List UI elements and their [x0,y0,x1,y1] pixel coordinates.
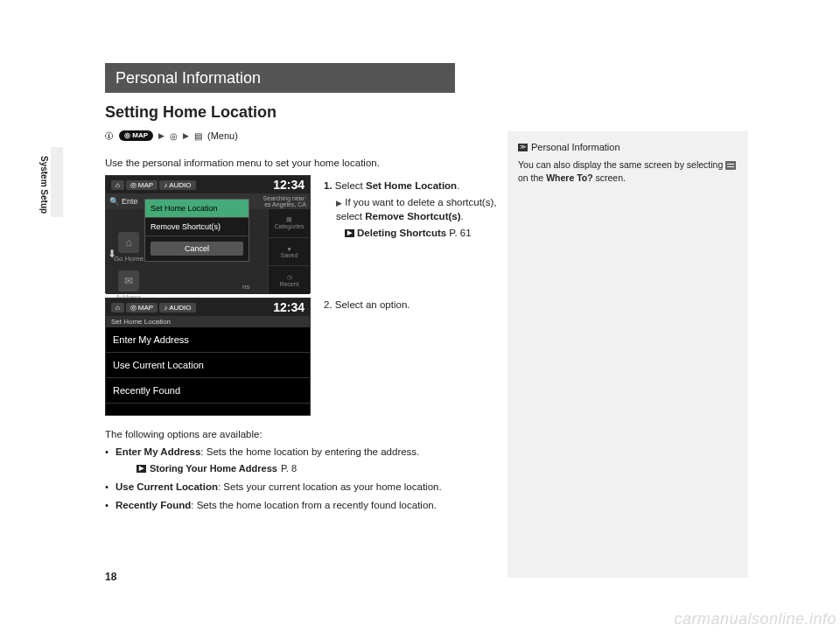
triangle-icon: ▶ [336,199,342,207]
categories-tab: ▤ Categories [269,209,310,238]
step-1-refpage: P. 61 [449,226,471,241]
nav-icon: 🛈 [105,130,114,142]
status-clock: 12:34 [273,300,304,314]
step-1-sub-bold: Remove Shortcut(s) [365,211,460,221]
target-icon: ◎ [170,130,178,142]
option-ref: Storing Your Home Address [150,461,277,476]
section-title: Setting Home Location [105,103,276,122]
option-text: : Sets the home location by entering the… [200,446,419,457]
option-text: : Sets the home location from a recently… [191,500,437,510]
options-intro: The following options are available: [105,427,503,443]
near-label: Searching near: [263,195,306,201]
side-tab-label: System Setup [39,156,49,214]
chapter-title: Personal Information [105,63,455,93]
gohome-label: Go Home [111,255,146,263]
step-1-text-a: Select [335,180,366,191]
saved-label: Saved [281,252,298,258]
step-2-block: 2. Select an option. [324,299,499,310]
status-audio-pill: ♪ AUDIO [159,303,195,312]
step-1-sub-b: . [461,211,464,221]
option-item: Use Current Location: Sets your current … [105,480,503,495]
sidebar-body-a: You can also display the same screen by … [518,159,725,170]
page: Personal Information Setting Home Locati… [70,35,770,595]
sidebar-body-c: screen. [593,172,626,183]
popup-modal: Set Home Location Remove Shortcut(s) Can… [144,199,249,262]
saved-tab: ♥ Saved [269,238,310,267]
step-1-block: 1. Select Set Home Location. ▶ If you wa… [324,179,499,241]
gohome-icon: ⌂ [118,232,139,253]
screenshot-options-list: ⌂ ◎ MAP ♪ AUDIO 12:34 Set Home Location … [105,298,311,416]
status-clock: 12:34 [273,178,304,192]
near-value: es Angeles, CA [263,201,306,207]
list-icon [725,161,736,170]
side-tab-bg [51,147,63,217]
intro-text: Use the personal information menu to set… [105,158,380,168]
step-1-bold: Set Home Location [366,180,457,191]
option-recently-found[interactable]: Recently Found [106,378,310,404]
status-home-icon: ⌂ [111,180,124,190]
status-map-pill: ◎ MAP [126,303,158,312]
status-map-pill: ◎ MAP [126,180,158,190]
menu-icon: ▤ [194,130,202,142]
step-1-ref: Deleting Shortcuts [357,226,446,241]
screen2-header: Set Home Location [106,316,310,327]
sidebar-body-bold: Where To? [546,172,592,183]
status-map-label: MAP [138,181,153,189]
option-bold: Recently Found [116,500,191,510]
option-enter-address[interactable]: Enter My Address [106,327,310,353]
watermark: carmanualsonline.info [674,610,836,628]
recent-tab: ◷ Recent [269,266,310,294]
sidebar-title: Personal Information [531,140,620,155]
option-bold: Use Current Location [116,481,218,492]
status-audio-label: AUDIO [169,181,191,189]
screenshot-menu-modal: ⌂ ◎ MAP ♪ AUDIO 12:34 🔍 Ente Searching n… [105,175,311,293]
modal-set-home[interactable]: Set Home Location [145,200,248,218]
sidebar-body-b: on the [518,172,546,183]
step-2-num: 2. [324,299,332,310]
option-text: : Sets your current location as your hom… [218,481,442,492]
status-bar: ⌂ ◎ MAP ♪ AUDIO 12:34 [106,176,310,193]
breadcrumb: 🛈 ◎ MAP ▶ ◎ ▶ ▤ (Menu) [105,130,238,142]
status-map-label: MAP [138,304,153,312]
map-pill-label: MAP [132,131,148,139]
options-block: The following options are available: Ent… [105,427,503,517]
step-2-text: Select an option. [335,299,410,310]
ref-icon: ▶ [136,465,146,473]
page-number: 18 [105,571,116,583]
search-placeholder: Ente [122,197,138,206]
address-icon: ✉ [118,270,139,291]
modal-cancel-button[interactable]: Cancel [150,242,243,256]
recent-label: Recent [279,281,298,287]
option-item: Recently Found: Sets the home location f… [105,498,503,514]
step-1-text-b: . [457,180,459,191]
clock-icon: ◷ [287,274,292,281]
status-audio-pill: ♪ AUDIO [159,180,195,190]
note-icon: ≫ [518,144,528,151]
step-1-num: 1. [324,180,332,191]
modal-remove-shortcut[interactable]: Remove Shortcut(s) [145,218,248,236]
status-home-icon: ⌂ [111,303,124,312]
heart-icon: ♥ [287,246,290,252]
status-bar: ⌂ ◎ MAP ♪ AUDIO 12:34 [106,298,310,316]
categories-icon: ▤ [286,216,292,223]
map-pill: ◎ MAP [119,130,153,141]
option-item: Enter My Address: Sets the home location… [105,445,503,476]
trailing-text: ns [242,283,249,291]
menu-label: (Menu) [207,130,238,141]
sidebar-note: ≫ Personal Information You can also disp… [508,131,748,578]
categories-label: Categories [275,223,304,229]
option-bold: Enter My Address [116,446,200,457]
option-use-current[interactable]: Use Current Location [106,353,310,378]
ref-icon: ▶ [345,229,354,237]
chevron-icon: ▶ [158,131,164,140]
option-refpage: P. 8 [281,461,297,476]
down-arrow-icon: ⬇ [108,248,116,260]
chevron-icon: ▶ [183,131,189,140]
status-audio-label: AUDIO [169,304,191,312]
search-icon: 🔍 [109,197,119,206]
